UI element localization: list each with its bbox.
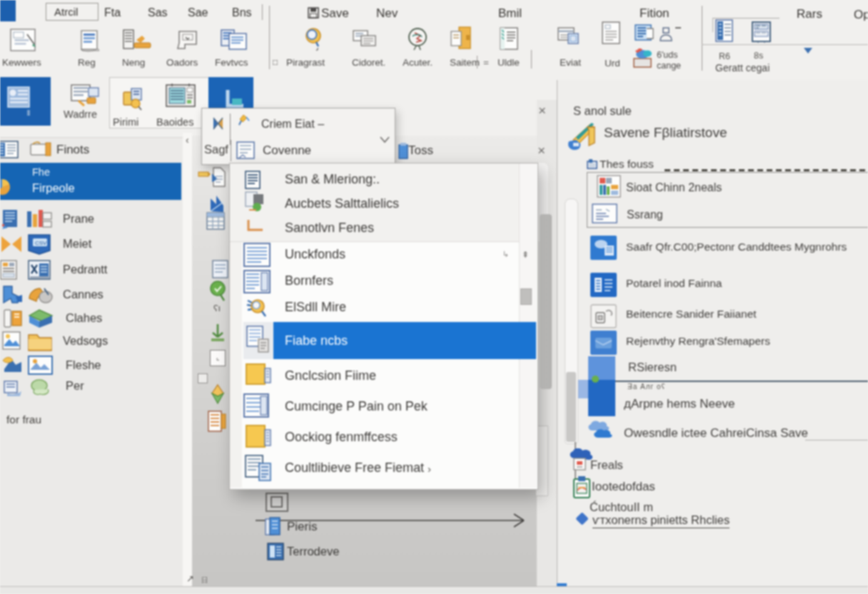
svg-text:CSV: CSV xyxy=(35,240,47,246)
